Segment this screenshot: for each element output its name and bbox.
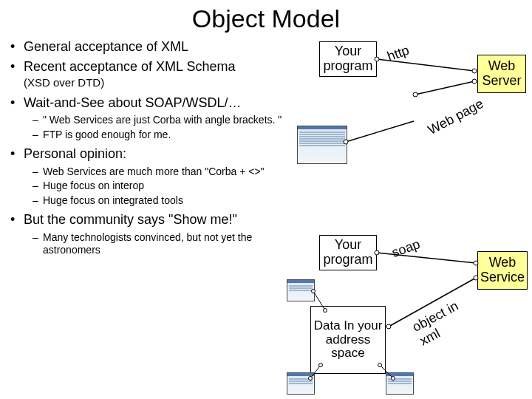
svg-point-4	[472, 79, 477, 83]
bullet-3-sub-1: " Web Services are just Corba with angle…	[33, 114, 306, 127]
bullet-5-sub-1: Many technologists convinced, but not ye…	[33, 231, 306, 257]
bullet-5: But the community says "Show me!"	[10, 211, 306, 228]
bullet-content: General acceptance of XML Recent accepta…	[10, 38, 306, 262]
thumbnail-small-1-icon	[287, 279, 315, 301]
bullet-2: Recent acceptance of XML Schema	[10, 58, 306, 75]
box-your-program-top: Your program	[319, 41, 377, 77]
label-object-in-xml: object in xml	[410, 294, 477, 349]
box-your-program-bottom: Your program	[319, 235, 377, 270]
label-soap: soap	[390, 236, 423, 261]
thumbnail-small-3-icon	[386, 372, 414, 395]
bullet-1: General acceptance of XML	[10, 38, 306, 55]
bullet-4-sub-1: Web Services are much more than "Corba +…	[33, 166, 306, 179]
thumbnail-small-2-icon	[287, 372, 315, 395]
svg-point-13	[386, 324, 391, 329]
box-web-service: Web Service	[477, 251, 528, 290]
bullet-3-sub-2: FTP is good enough for me.	[33, 129, 306, 142]
svg-line-3	[415, 81, 474, 95]
thumbnail-webpage-icon	[297, 126, 347, 164]
bullet-3: Wait-and-See about SOAP/WSDL/…	[10, 95, 306, 112]
slide-title: Object Model	[0, 0, 532, 35]
label-web-page: Web page	[426, 96, 486, 138]
box-web-server: Web Server	[477, 55, 526, 93]
svg-point-5	[413, 92, 417, 97]
bullet-4-sub-3: Huge focus on integrated tools	[33, 194, 306, 208]
svg-line-6	[346, 121, 414, 142]
label-http: http	[385, 42, 411, 64]
svg-point-2	[472, 69, 477, 73]
bullet-4: Personal opinion:	[10, 146, 306, 163]
bullet-4-sub-2: Huge focus on interop	[33, 180, 306, 193]
box-data-address-space: Data In your address space	[310, 306, 386, 374]
svg-line-8	[377, 253, 476, 263]
bullet-2-paren: (XSD over DTD)	[24, 76, 306, 90]
